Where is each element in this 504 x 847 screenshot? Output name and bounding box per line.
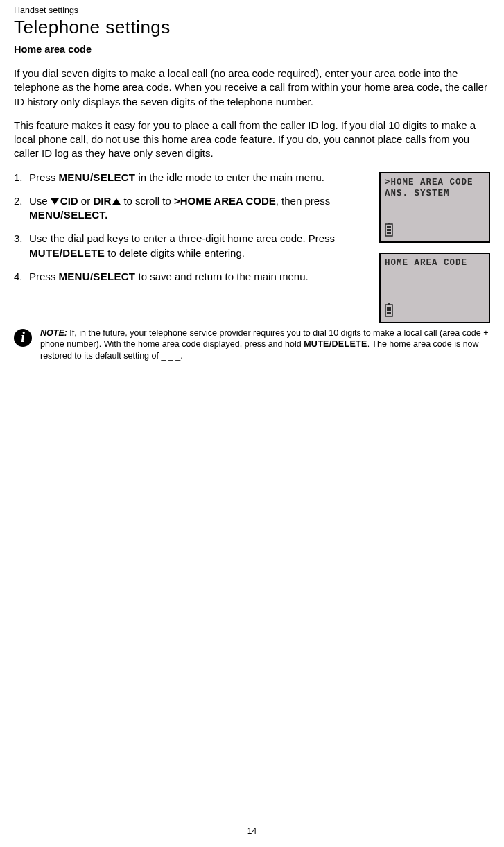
mute-delete-key: MUTE/DELETE — [304, 339, 367, 349]
lcd-input-placeholder: _ _ _ — [385, 269, 485, 279]
battery-icon — [385, 303, 393, 317]
lcd-screen-2: HOME AREA CODE _ _ _ — [379, 253, 490, 323]
svg-rect-3 — [387, 229, 391, 231]
page-number: 14 — [247, 826, 257, 836]
svg-rect-8 — [387, 309, 391, 311]
svg-rect-7 — [387, 307, 391, 309]
step-2: Use CID or DIR to scroll to >HOME AREA C… — [14, 194, 368, 223]
info-icon: i — [14, 329, 32, 347]
menu-select-key: MENU/SELECT — [59, 171, 136, 183]
lcd-line: >HOME AREA CODE — [385, 178, 485, 187]
note-label: NOTE: — [40, 328, 67, 338]
step-3: Use the dial pad keys to enter a three-d… — [14, 232, 368, 260]
mute-delete-key: MUTE/DELETE — [29, 247, 105, 259]
section-rule — [14, 58, 490, 58]
menu-target: >HOME AREA CODE — [174, 195, 276, 207]
steps-list: Press MENU/SELECT in the idle mode to en… — [14, 171, 368, 284]
svg-rect-2 — [387, 226, 391, 228]
up-arrow-icon — [112, 198, 121, 205]
svg-rect-9 — [387, 312, 391, 314]
note-text: NOTE: If, in the future, your telephone … — [40, 327, 490, 363]
down-arrow-icon — [51, 198, 59, 205]
step-1: Press MENU/SELECT in the idle mode to en… — [14, 171, 368, 185]
breadcrumb: Handset settings — [14, 6, 490, 15]
lcd-line: ANS. SYSTEM — [385, 189, 485, 198]
svg-rect-4 — [387, 232, 391, 234]
battery-icon — [385, 223, 393, 237]
intro-paragraph-2: This feature makes it easy for you to pl… — [14, 119, 490, 161]
press-and-hold: press and hold — [245, 339, 302, 349]
section-heading: Home area code — [14, 44, 490, 55]
lcd-screen-1: >HOME AREA CODE ANS. SYSTEM — [379, 172, 490, 243]
menu-select-key: MENU/SELECT. — [29, 209, 108, 221]
cid-key: CID — [60, 195, 78, 207]
dir-key: DIR — [93, 195, 111, 207]
lcd-line: HOME AREA CODE — [385, 258, 485, 268]
note-block: i NOTE: If, in the future, your telephon… — [14, 327, 490, 363]
page-title: Telephone settings — [14, 17, 490, 38]
step-4: Press MENU/SELECT to save and return to … — [14, 270, 368, 284]
menu-select-key: MENU/SELECT — [59, 271, 136, 282]
intro-paragraph-1: If you dial seven digits to make a local… — [14, 67, 490, 109]
